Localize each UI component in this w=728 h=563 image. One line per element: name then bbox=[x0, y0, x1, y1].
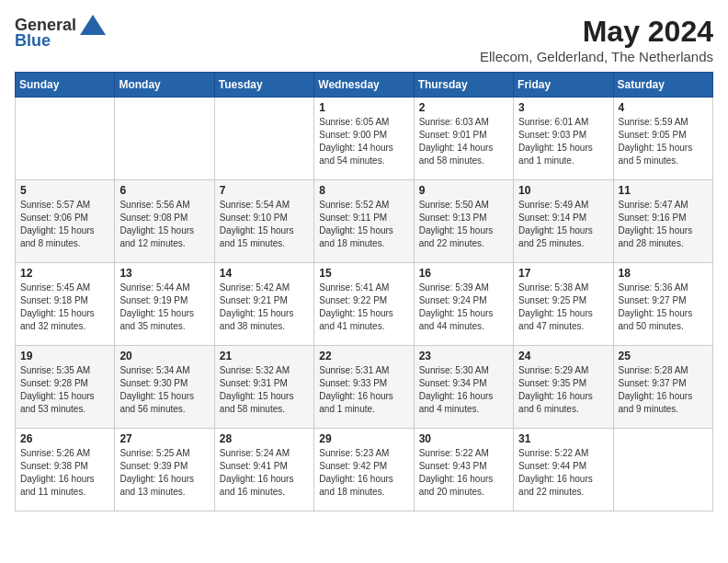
table-row: 26 Sunrise: 5:26 AMSunset: 9:38 PMDaylig… bbox=[16, 429, 115, 511]
table-row: 28 Sunrise: 5:24 AMSunset: 9:41 PMDaylig… bbox=[214, 429, 313, 511]
table-row: 20 Sunrise: 5:34 AMSunset: 9:30 PMDaylig… bbox=[115, 346, 214, 429]
table-row: 24 Sunrise: 5:29 AMSunset: 9:35 PMDaylig… bbox=[514, 346, 613, 429]
table-row: 8 Sunrise: 5:52 AMSunset: 9:11 PMDayligh… bbox=[314, 180, 414, 263]
day-number: 8 bbox=[319, 184, 408, 197]
day-number: 26 bbox=[20, 432, 109, 445]
day-number: 28 bbox=[220, 432, 309, 445]
table-row: 9 Sunrise: 5:50 AMSunset: 9:13 PMDayligh… bbox=[414, 180, 513, 263]
day-number: 29 bbox=[319, 432, 408, 445]
table-row: 19 Sunrise: 5:35 AMSunset: 9:28 PMDaylig… bbox=[16, 346, 115, 429]
logo-text-blue: Blue bbox=[15, 31, 51, 51]
table-row bbox=[16, 98, 115, 180]
day-info: Sunrise: 5:39 AMSunset: 9:24 PMDaylight:… bbox=[419, 282, 508, 333]
table-row: 5 Sunrise: 5:57 AMSunset: 9:06 PMDayligh… bbox=[16, 180, 115, 263]
day-number: 9 bbox=[419, 184, 508, 197]
day-number: 19 bbox=[20, 350, 109, 362]
day-number: 7 bbox=[220, 184, 309, 197]
table-row: 16 Sunrise: 5:39 AMSunset: 9:24 PMDaylig… bbox=[414, 263, 513, 346]
day-number: 21 bbox=[220, 350, 309, 362]
day-number: 4 bbox=[619, 101, 708, 114]
table-row: 15 Sunrise: 5:41 AMSunset: 9:22 PMDaylig… bbox=[314, 263, 414, 346]
day-info: Sunrise: 5:22 AMSunset: 9:44 PMDaylight:… bbox=[518, 447, 608, 499]
table-row: 12 Sunrise: 5:45 AMSunset: 9:18 PMDaylig… bbox=[16, 263, 115, 346]
day-number: 15 bbox=[319, 267, 408, 280]
day-number: 20 bbox=[119, 350, 209, 362]
day-number: 30 bbox=[419, 432, 508, 445]
day-number: 13 bbox=[119, 267, 209, 280]
table-row: 2 Sunrise: 6:03 AMSunset: 9:01 PMDayligh… bbox=[414, 98, 513, 180]
day-number: 16 bbox=[419, 267, 508, 280]
table-row bbox=[214, 98, 313, 180]
day-number: 17 bbox=[518, 267, 608, 280]
day-info: Sunrise: 5:26 AMSunset: 9:38 PMDaylight:… bbox=[20, 447, 109, 499]
day-number: 27 bbox=[119, 432, 209, 445]
day-info: Sunrise: 5:22 AMSunset: 9:43 PMDaylight:… bbox=[419, 447, 508, 499]
day-info: Sunrise: 5:23 AMSunset: 9:42 PMDaylight:… bbox=[319, 447, 408, 499]
calendar-table: Sunday Monday Tuesday Wednesday Thursday… bbox=[15, 72, 713, 511]
day-number: 31 bbox=[518, 432, 608, 445]
day-info: Sunrise: 5:47 AMSunset: 9:16 PMDaylight:… bbox=[619, 199, 708, 250]
table-row: 23 Sunrise: 5:30 AMSunset: 9:34 PMDaylig… bbox=[414, 346, 513, 429]
day-info: Sunrise: 5:54 AMSunset: 9:10 PMDaylight:… bbox=[220, 199, 309, 250]
day-number: 14 bbox=[220, 267, 309, 280]
header-row: Sunday Monday Tuesday Wednesday Thursday… bbox=[16, 73, 713, 98]
week-row-3: 12 Sunrise: 5:45 AMSunset: 9:18 PMDaylig… bbox=[16, 263, 713, 346]
day-info: Sunrise: 5:30 AMSunset: 9:34 PMDaylight:… bbox=[419, 364, 508, 416]
day-info: Sunrise: 5:32 AMSunset: 9:31 PMDaylight:… bbox=[220, 364, 309, 416]
month-title: May 2024 bbox=[480, 15, 713, 49]
day-number: 23 bbox=[419, 350, 508, 362]
day-info: Sunrise: 5:28 AMSunset: 9:37 PMDaylight:… bbox=[619, 364, 708, 416]
table-row: 27 Sunrise: 5:25 AMSunset: 9:39 PMDaylig… bbox=[115, 429, 214, 511]
day-number: 11 bbox=[619, 184, 708, 197]
day-info: Sunrise: 5:52 AMSunset: 9:11 PMDaylight:… bbox=[319, 199, 408, 250]
day-info: Sunrise: 5:56 AMSunset: 9:08 PMDaylight:… bbox=[119, 199, 209, 250]
table-row: 21 Sunrise: 5:32 AMSunset: 9:31 PMDaylig… bbox=[214, 346, 313, 429]
table-row: 3 Sunrise: 6:01 AMSunset: 9:03 PMDayligh… bbox=[514, 98, 613, 180]
table-row: 11 Sunrise: 5:47 AMSunset: 9:16 PMDaylig… bbox=[613, 180, 712, 263]
day-info: Sunrise: 5:34 AMSunset: 9:30 PMDaylight:… bbox=[119, 364, 209, 416]
day-info: Sunrise: 5:35 AMSunset: 9:28 PMDaylight:… bbox=[20, 364, 109, 416]
table-row: 30 Sunrise: 5:22 AMSunset: 9:43 PMDaylig… bbox=[414, 429, 513, 511]
week-row-2: 5 Sunrise: 5:57 AMSunset: 9:06 PMDayligh… bbox=[16, 180, 713, 263]
header-monday: Monday bbox=[115, 73, 214, 98]
day-info: Sunrise: 5:25 AMSunset: 9:39 PMDaylight:… bbox=[119, 447, 209, 499]
day-info: Sunrise: 5:49 AMSunset: 9:14 PMDaylight:… bbox=[518, 199, 608, 250]
day-number: 2 bbox=[419, 101, 508, 114]
day-number: 6 bbox=[119, 184, 209, 197]
table-row: 17 Sunrise: 5:38 AMSunset: 9:25 PMDaylig… bbox=[514, 263, 613, 346]
day-info: Sunrise: 5:31 AMSunset: 9:33 PMDaylight:… bbox=[319, 364, 408, 416]
day-info: Sunrise: 6:03 AMSunset: 9:01 PMDaylight:… bbox=[419, 116, 508, 167]
day-number: 22 bbox=[319, 350, 408, 362]
day-info: Sunrise: 5:38 AMSunset: 9:25 PMDaylight:… bbox=[518, 282, 608, 333]
day-info: Sunrise: 5:41 AMSunset: 9:22 PMDaylight:… bbox=[319, 282, 408, 333]
logo-icon bbox=[80, 15, 106, 35]
day-info: Sunrise: 5:36 AMSunset: 9:27 PMDaylight:… bbox=[619, 282, 708, 333]
day-info: Sunrise: 5:42 AMSunset: 9:21 PMDaylight:… bbox=[220, 282, 309, 333]
table-row bbox=[115, 98, 214, 180]
table-row: 1 Sunrise: 6:05 AMSunset: 9:00 PMDayligh… bbox=[314, 98, 414, 180]
table-row: 7 Sunrise: 5:54 AMSunset: 9:10 PMDayligh… bbox=[214, 180, 313, 263]
day-info: Sunrise: 5:29 AMSunset: 9:35 PMDaylight:… bbox=[518, 364, 608, 416]
header-tuesday: Tuesday bbox=[214, 73, 313, 98]
day-info: Sunrise: 5:57 AMSunset: 9:06 PMDaylight:… bbox=[20, 199, 109, 250]
header-thursday: Thursday bbox=[414, 73, 513, 98]
table-row: 4 Sunrise: 5:59 AMSunset: 9:05 PMDayligh… bbox=[613, 98, 712, 180]
logo: General Blue bbox=[15, 15, 106, 51]
day-info: Sunrise: 5:45 AMSunset: 9:18 PMDaylight:… bbox=[20, 282, 109, 333]
day-number: 3 bbox=[518, 101, 608, 114]
location: Ellecom, Gelderland, The Netherlands bbox=[480, 49, 713, 64]
page-header: General Blue May 2024 Ellecom, Gelderlan… bbox=[15, 15, 713, 64]
week-row-5: 26 Sunrise: 5:26 AMSunset: 9:38 PMDaylig… bbox=[16, 429, 713, 511]
header-friday: Friday bbox=[514, 73, 613, 98]
day-number: 18 bbox=[619, 267, 708, 280]
svg-marker-0 bbox=[80, 15, 106, 35]
day-info: Sunrise: 5:59 AMSunset: 9:05 PMDaylight:… bbox=[619, 116, 708, 167]
table-row: 14 Sunrise: 5:42 AMSunset: 9:21 PMDaylig… bbox=[214, 263, 313, 346]
table-row: 10 Sunrise: 5:49 AMSunset: 9:14 PMDaylig… bbox=[514, 180, 613, 263]
day-number: 25 bbox=[619, 350, 708, 362]
table-row: 25 Sunrise: 5:28 AMSunset: 9:37 PMDaylig… bbox=[613, 346, 712, 429]
header-wednesday: Wednesday bbox=[314, 73, 414, 98]
table-row: 31 Sunrise: 5:22 AMSunset: 9:44 PMDaylig… bbox=[514, 429, 613, 511]
day-number: 10 bbox=[518, 184, 608, 197]
header-sunday: Sunday bbox=[16, 73, 115, 98]
